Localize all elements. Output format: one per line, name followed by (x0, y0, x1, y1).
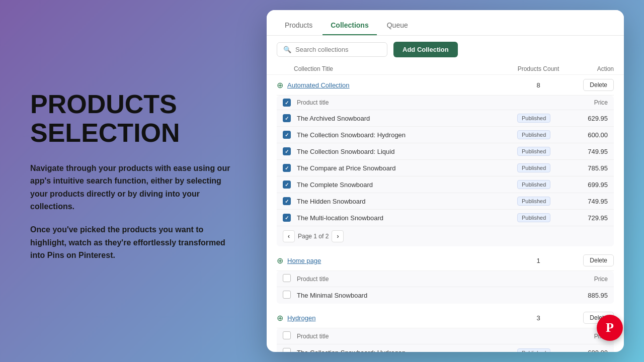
collection-action-homepage: Delete (574, 254, 614, 266)
tab-queue[interactable]: Queue (379, 16, 416, 35)
status-badge: Published (517, 348, 550, 352)
table-row: The Collection Snowboard: Hydrogen Publi… (277, 344, 614, 352)
product-checkbox[interactable] (283, 348, 291, 352)
product-checkbox[interactable] (283, 164, 291, 172)
collection-action-automated: Delete (574, 79, 614, 91)
status-badge: Published (517, 114, 550, 123)
delete-button-automated[interactable]: Delete (583, 79, 614, 91)
tabs-bar: Products Collections Queue (267, 10, 624, 36)
toolbar: 🔍 Add Collection (267, 36, 624, 63)
product-checkbox[interactable] (283, 147, 291, 155)
pinterest-icon: P (606, 320, 614, 335)
collection-count-hydrogen: 3 (503, 314, 574, 322)
add-collection-button[interactable]: Add Collection (393, 42, 458, 57)
collection-link-automated[interactable]: Automated Collection (287, 81, 503, 89)
expand-icon-hydrogen[interactable]: ⊕ (277, 313, 283, 323)
status-badge: Published (517, 163, 550, 172)
select-all-checkbox-automated[interactable] (283, 99, 291, 107)
description-2: Once you've picked the products you want… (30, 223, 236, 262)
table-row: The Multi-location Snowboard Published 7… (277, 210, 614, 226)
next-page-button[interactable]: › (332, 230, 344, 242)
table-row: The Minimal Snowboard 885.95 (277, 287, 614, 304)
select-all-checkbox-hydrogen[interactable] (283, 331, 291, 339)
tab-products[interactable]: Products (277, 16, 320, 35)
pagination-automated: ‹ Page 1 of 2 › (277, 226, 614, 246)
product-subtable-header-homepage: Product title Price (277, 271, 614, 287)
collection-block-automated: ⊕ Automated Collection 8 Delete Product … (277, 75, 614, 246)
table-row: The Collection Snowboard: Hydrogen Publi… (277, 127, 614, 143)
search-box: 🔍 (277, 42, 387, 57)
expand-icon-homepage[interactable]: ⊕ (277, 256, 283, 265)
pinterest-fab[interactable]: P (597, 315, 623, 341)
status-badge: Published (517, 180, 550, 189)
delete-button-homepage[interactable]: Delete (583, 254, 614, 266)
status-badge: Published (517, 213, 550, 222)
prev-page-button[interactable]: ‹ (283, 230, 295, 242)
collection-row-homepage: ⊕ Home page 1 Delete (277, 250, 614, 271)
product-checkbox[interactable] (283, 131, 291, 139)
search-input[interactable] (295, 46, 381, 53)
collection-block-hydrogen: ⊕ Hydrogen 3 Delete Product title Price (277, 308, 614, 352)
col-title-header: Collection Title (292, 65, 503, 72)
product-checkbox[interactable] (283, 114, 291, 122)
content-area: ⊕ Automated Collection 8 Delete Product … (267, 75, 624, 352)
description-1: Navigate through your products with ease… (30, 162, 236, 213)
status-badge: Published (517, 147, 550, 156)
col-count-header: Products Count (503, 65, 574, 72)
collection-row-hydrogen: ⊕ Hydrogen 3 Delete (277, 308, 614, 328)
select-all-checkbox-homepage[interactable] (283, 274, 291, 282)
table-row: The Hidden Snowboard Published 749.95 (277, 193, 614, 210)
table-row: The Collection Snowboard: Liquid Publish… (277, 143, 614, 160)
collection-row-automated: ⊕ Automated Collection 8 Delete (277, 75, 614, 96)
product-checkbox[interactable] (283, 214, 291, 222)
product-checkbox[interactable] (283, 180, 291, 189)
table-row: The Compare at Price Snowboard Published… (277, 160, 614, 176)
product-subtable-automated: Product title Price The Archived Snowboa… (277, 96, 614, 246)
collection-block-homepage: ⊕ Home page 1 Delete Product title Price (277, 250, 614, 304)
product-checkbox[interactable] (283, 291, 291, 299)
product-subtable-hydrogen: Product title Price The Collection Snowb… (277, 328, 614, 352)
table-header: Collection Title Products Count Action (267, 63, 624, 75)
tab-collections[interactable]: Collections (323, 16, 376, 35)
product-subtable-header-automated: Product title Price (277, 96, 614, 110)
product-subtable-homepage: Product title Price The Minimal Snowboar… (277, 271, 614, 304)
search-icon: 🔍 (283, 46, 291, 53)
expand-icon-automated[interactable]: ⊕ (277, 80, 283, 90)
product-subtable-header-hydrogen: Product title Price (277, 328, 614, 344)
app-window-wrapper: Products Collections Queue 🔍 Add Collect… (267, 10, 634, 352)
table-row: The Archived Snowboard Published 629.95 (277, 110, 614, 127)
page-text: Page 1 of 2 (298, 233, 329, 240)
status-badge: Published (517, 130, 550, 139)
main-title: PRODUCTS SELECTION (30, 90, 236, 147)
app-window: Products Collections Queue 🔍 Add Collect… (267, 10, 624, 352)
status-badge: Published (517, 197, 550, 206)
collection-link-hydrogen[interactable]: Hydrogen (287, 314, 503, 322)
table-row: The Complete Snowboard Published 699.95 (277, 176, 614, 193)
col-action-header: Action (574, 65, 614, 72)
collection-link-homepage[interactable]: Home page (287, 257, 503, 264)
collection-count-homepage: 1 (503, 257, 574, 264)
left-panel: PRODUCTS SELECTION Navigate through your… (0, 65, 267, 297)
product-checkbox[interactable] (283, 197, 291, 205)
collection-count-automated: 8 (503, 81, 574, 89)
